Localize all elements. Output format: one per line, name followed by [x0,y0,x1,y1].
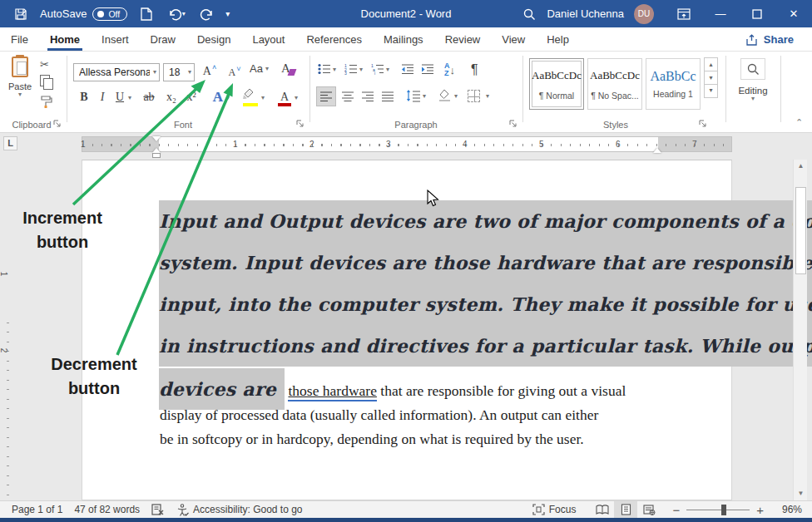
horizontal-ruler[interactable]: 1 1 2 3 4 5 6 7 [82,136,732,152]
clipboard-dialog-launcher-icon[interactable] [53,120,63,130]
redo-button[interactable] [199,7,214,22]
highlight-dropdown-icon[interactable]: ▾ [261,95,265,101]
clear-formatting-button[interactable]: A [281,62,295,76]
tab-view[interactable]: View [491,28,536,51]
font-name-combobox[interactable]: Allessa Personal U▾ [73,63,160,81]
zoom-in-button[interactable]: + [756,503,764,517]
line-spacing-dropdown-icon[interactable]: ▾ [423,93,426,100]
body-text-line[interactable]: display of processed data (usually calle… [160,406,598,424]
zoom-out-button[interactable]: − [672,503,680,517]
script-text-line[interactable]: input, into the computer system. They ma… [159,283,812,325]
style-heading1[interactable]: AaBbCc Heading 1 [646,58,701,110]
collapse-ribbon-icon[interactable]: ⌃ [795,118,803,127]
tab-help[interactable]: Help [536,28,580,51]
tab-layout[interactable]: Layout [241,28,295,51]
underlined-text[interactable]: those hardware [288,382,376,401]
maximize-button[interactable] [739,0,775,27]
show-formatting-marks-button[interactable]: ¶ [471,62,478,77]
strikethrough-button[interactable]: ab [140,88,158,106]
increase-font-size-button[interactable]: A˄ [200,62,220,81]
align-right-button[interactable] [361,91,374,102]
decrease-indent-button[interactable] [401,63,414,75]
styles-dialog-launcher-icon[interactable] [699,120,709,130]
document-page[interactable]: Input and Output devices are two of majo… [82,160,732,500]
shading-dropdown-icon[interactable]: ▾ [454,93,458,100]
multilevel-list-button[interactable]: 1ai [371,63,384,75]
left-indent-marker[interactable] [152,153,161,158]
hanging-indent-marker[interactable] [152,144,161,153]
sort-button[interactable]: AZ↓ [444,62,455,77]
read-mode-button[interactable] [591,501,614,518]
scroll-up-icon[interactable]: ▲ [795,160,807,173]
italic-button[interactable]: I [96,88,109,106]
tab-design[interactable]: Design [186,28,241,51]
word-count[interactable]: 47 of 82 words [74,504,140,515]
style-no-spacing[interactable]: AaBbCcDc ¶ No Spac... [587,58,642,110]
search-icon[interactable] [522,7,537,22]
font-color-dropdown-icon[interactable]: ▾ [295,95,298,101]
text-highlight-button[interactable] [241,88,260,106]
tab-selector[interactable]: L [3,136,17,150]
text-effects-dropdown-icon[interactable]: ▾ [226,95,230,101]
align-left-button[interactable] [316,86,336,106]
scrollbar-thumb[interactable] [795,187,806,274]
subscript-button[interactable]: x₂ [163,88,180,106]
page-indicator[interactable]: Page 1 of 1 [12,504,62,515]
tab-draw[interactable]: Draw [140,28,186,51]
bold-button[interactable]: B [77,88,92,106]
mixed-text-line[interactable]: devices are those hardware that are resp… [159,368,626,410]
bullets-dropdown-icon[interactable]: ▾ [333,66,336,73]
superscript-button[interactable]: x² [183,88,200,106]
accessibility-status[interactable]: Accessibility: Good to go [176,504,302,516]
format-painter-icon[interactable] [40,95,53,108]
change-case-button[interactable]: Aa▾ [250,62,269,75]
paragraph-dialog-launcher-icon[interactable] [509,120,519,130]
vertical-scrollbar[interactable]: ▲ ▼ [793,160,807,500]
proofing-errors-icon[interactable] [151,504,165,515]
cut-icon[interactable]: ✂ [40,58,49,71]
font-size-combobox[interactable]: 18▾ [163,63,195,81]
tab-insert[interactable]: Insert [91,28,140,51]
bullets-button[interactable] [318,63,331,75]
style-normal[interactable]: AaBbCcDc ¶ Normal [529,58,584,110]
new-document-icon[interactable] [139,7,154,22]
tab-file[interactable]: File [0,28,39,51]
borders-dropdown-icon[interactable]: ▾ [486,93,489,100]
script-text-line[interactable]: in instructions and directives for a par… [159,325,812,367]
zoom-slider-handle[interactable] [721,505,726,515]
borders-button[interactable] [468,90,480,102]
share-button[interactable]: Share [740,31,800,48]
autosave-control[interactable]: AutoSave Off [40,7,127,21]
ribbon-display-options-icon[interactable] [666,0,702,27]
customize-qat-icon[interactable]: ▾ [225,10,230,18]
line-spacing-button[interactable] [406,89,421,102]
tab-mailings[interactable]: Mailings [373,28,434,51]
script-text-line[interactable]: Input and Output devices are two of majo… [159,200,812,242]
multilevel-dropdown-icon[interactable]: ▾ [386,66,389,73]
zoom-slider[interactable] [686,510,750,510]
focus-mode-button[interactable]: Focus [532,504,577,515]
editing-group-button[interactable]: Editing ▾ [735,58,770,102]
tab-review[interactable]: Review [434,28,492,51]
underline-dropdown-icon[interactable]: ▾ [128,95,131,101]
right-indent-marker[interactable] [653,144,661,153]
numbering-button[interactable]: 123 [344,63,358,75]
minimize-button[interactable]: — [702,0,739,27]
shading-button[interactable] [438,89,452,102]
avatar[interactable]: DU [634,4,654,24]
close-button[interactable]: ✕ [775,0,812,27]
font-color-button[interactable]: A [276,88,293,106]
zoom-level[interactable]: 96% [774,504,802,515]
numbering-dropdown-icon[interactable]: ▾ [359,66,363,73]
scroll-down-icon[interactable]: ▼ [795,487,807,500]
undo-dropdown-icon[interactable]: ▾ [182,11,186,17]
styles-scroll-up-icon[interactable]: ▴ [704,57,718,71]
increase-indent-button[interactable] [421,63,434,75]
tab-references[interactable]: References [295,28,372,51]
styles-scroll-down-icon[interactable]: ▾ [704,71,718,85]
underline-button[interactable]: U [113,88,126,106]
font-dialog-launcher-icon[interactable] [296,120,306,130]
styles-more-icon[interactable]: ▾ [704,84,718,98]
justify-button[interactable] [381,91,394,102]
print-layout-button[interactable] [614,501,637,518]
